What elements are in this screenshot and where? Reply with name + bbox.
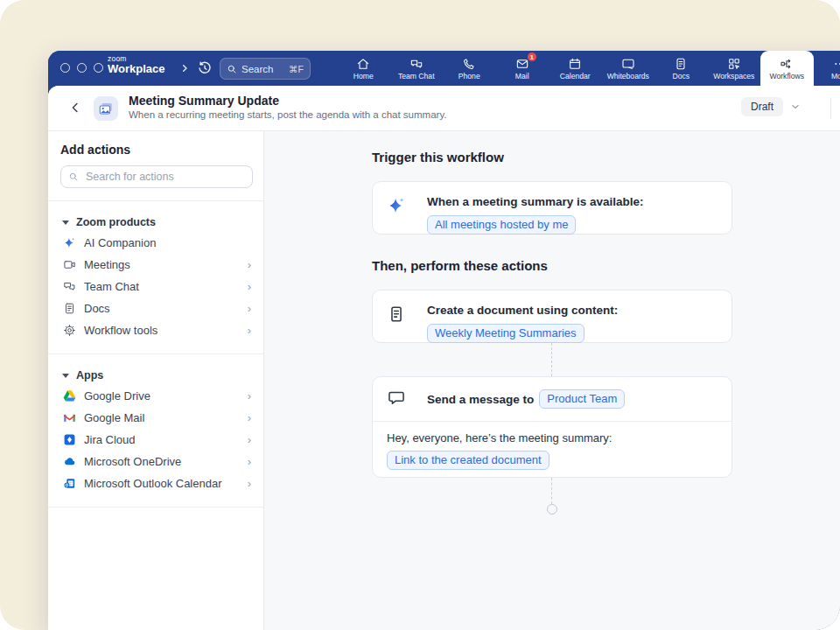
app-window: zoom Workplace Search ⌘F Home [48, 51, 840, 630]
create-document-title: Create a document using content: [427, 302, 618, 318]
sidebar-title: Add actions [60, 143, 253, 157]
trigger-scope-chip[interactable]: All meetings hosted by me [427, 215, 576, 234]
flow-connector [551, 343, 552, 376]
nav-item-team-chat[interactable]: Team Chat [390, 51, 444, 86]
search-shortcut: ⌘F [289, 64, 304, 74]
calendar-icon [568, 57, 582, 71]
trigger-heading: Trigger this workflow [372, 150, 504, 164]
chevron-down-icon[interactable] [790, 102, 801, 112]
section-apps[interactable]: Apps [60, 366, 253, 385]
add-actions-sidebar: Add actions Zoom products [48, 131, 264, 630]
divider [48, 354, 263, 354]
global-search-box[interactable]: Search ⌘F [220, 58, 311, 80]
content-area: Meeting Summary Update When a recurring … [48, 86, 840, 630]
triangle-collapse-icon [62, 220, 69, 225]
message-body-text: Hey, everyone, here’s the meeting summar… [387, 431, 718, 444]
chevron-right-icon: › [248, 258, 253, 271]
sidebar-item-google-mail[interactable]: Google Mail › [60, 407, 253, 429]
workflow-tools-icon [62, 324, 76, 338]
nav-item-more[interactable]: More [814, 51, 840, 86]
chevron-left-icon [67, 100, 83, 116]
chevron-right-icon[interactable] [178, 61, 192, 75]
flow-end-node[interactable] [547, 504, 557, 514]
sidebar-item-meetings[interactable]: Meetings › [60, 254, 253, 276]
recipient-chip[interactable]: Product Team [539, 389, 625, 409]
section-zoom-products[interactable]: Zoom products [60, 213, 253, 232]
search-icon [68, 172, 79, 182]
sidebar-item-microsoft-outlook-calendar[interactable]: Microsoft Outlook Calendar › [60, 472, 253, 494]
triangle-collapse-icon [62, 374, 69, 378]
chevron-right-icon: › [248, 389, 253, 402]
window-control-minimize[interactable] [77, 63, 87, 73]
page-title: Meeting Summary Update [129, 94, 447, 108]
nav-item-docs[interactable]: Docs [654, 51, 708, 86]
chevron-right-icon: › [248, 455, 253, 468]
sidebar-item-docs[interactable]: Docs › [60, 298, 253, 319]
whiteboards-icon [621, 57, 635, 71]
nav-item-workflows[interactable]: Workflows [760, 51, 814, 86]
trigger-card[interactable]: When a meeting summary is available: All… [372, 181, 732, 234]
top-bar: zoom Workplace Search ⌘F Home [48, 51, 840, 86]
workflows-icon [780, 57, 794, 71]
chevron-right-icon: › [248, 477, 253, 490]
chevron-right-icon: › [248, 302, 253, 315]
logo-line2: Workplace [108, 63, 165, 75]
header-divider [830, 98, 831, 119]
sidebar-item-microsoft-onedrive[interactable]: Microsoft OneDrive › [60, 451, 253, 472]
document-link-chip[interactable]: Link to the created document [387, 451, 550, 470]
sidebar-item-workflow-tools[interactable]: Workflow tools › [60, 319, 253, 341]
workspaces-icon [727, 57, 741, 71]
actions-search-box[interactable] [60, 165, 253, 188]
more-icon [833, 57, 840, 71]
send-message-card[interactable]: Send a message to Product Team Hey, ever… [372, 376, 732, 478]
desktop-background: zoom Workplace Search ⌘F Home [0, 0, 840, 630]
sidebar-item-team-chat[interactable]: Team Chat › [60, 276, 253, 298]
divider [48, 507, 263, 508]
document-content-chip[interactable]: Weekly Meeting Summaries [427, 324, 584, 343]
workflow-title-block: Meeting Summary Update When a recurring … [129, 94, 447, 120]
window-control-close[interactable] [60, 63, 70, 73]
nav-item-phone[interactable]: Phone [443, 51, 496, 86]
create-document-card[interactable]: Create a document using content: Weekly … [372, 290, 732, 343]
workflow-header: Meeting Summary Update When a recurring … [48, 86, 840, 131]
docs-icon [674, 57, 688, 71]
nav-item-whiteboards[interactable]: Whiteboards [602, 51, 655, 86]
message-bubble-icon [387, 388, 408, 410]
phone-icon [462, 57, 476, 71]
sidebar-item-ai-companion[interactable]: AI Companion [60, 232, 253, 254]
nav-item-home[interactable]: Home [337, 51, 390, 86]
nav-item-calendar[interactable]: Calendar [549, 51, 602, 86]
workflow-thumbnail-icon [98, 101, 114, 116]
header-actions: Draft [741, 97, 801, 116]
search-icon [227, 64, 237, 74]
actions-search-input[interactable] [84, 170, 245, 184]
primary-nav: Home Team Chat Phone Mail 1 [337, 51, 840, 86]
docs-icon [62, 302, 76, 316]
sidebar-item-jira-cloud[interactable]: Jira Cloud › [60, 429, 253, 451]
actions-heading: Then, perform these actions [372, 258, 548, 273]
meetings-icon [62, 258, 76, 272]
workflow-canvas: Trigger this workflow When a meeting sum… [264, 131, 840, 630]
nav-item-mail[interactable]: Mail 1 [496, 51, 550, 86]
window-controls [60, 63, 103, 73]
onedrive-icon [62, 455, 76, 469]
chevron-right-icon: › [248, 324, 253, 337]
zoom-workplace-logo: zoom Workplace [108, 55, 165, 75]
back-button[interactable] [67, 100, 83, 116]
flow-connector [551, 478, 552, 504]
google-mail-icon [62, 411, 76, 425]
ai-sparkle-icon [387, 196, 408, 217]
chevron-right-icon: › [248, 411, 253, 424]
send-message-title: Send a message to [427, 391, 534, 407]
window-control-maximize[interactable] [94, 63, 103, 73]
nav-item-workspaces[interactable]: Workspaces [708, 51, 761, 86]
chevron-right-icon: › [248, 433, 253, 446]
search-placeholder: Search [242, 64, 273, 74]
divider [48, 200, 263, 201]
sidebar-item-google-drive[interactable]: Google Drive › [60, 385, 253, 407]
status-badge[interactable]: Draft [741, 97, 783, 116]
team-chat-icon [62, 280, 76, 294]
google-drive-icon [62, 389, 76, 403]
history-icon[interactable] [197, 60, 213, 76]
document-icon [387, 304, 408, 326]
